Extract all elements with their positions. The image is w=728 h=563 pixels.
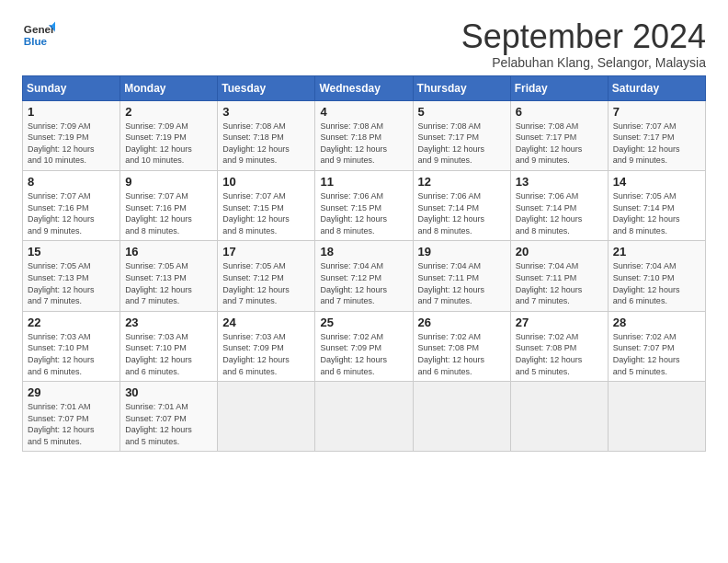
day-info: Sunrise: 7:09 AMSunset: 7:19 PMDaylight:… <box>125 121 212 167</box>
day-info: Sunrise: 7:02 AMSunset: 7:09 PMDaylight:… <box>320 331 407 377</box>
day-number: 11 <box>320 175 407 189</box>
day-info: Sunrise: 7:05 AMSunset: 7:13 PMDaylight:… <box>125 260 212 306</box>
day-info: Sunrise: 7:02 AMSunset: 7:08 PMDaylight:… <box>418 331 506 377</box>
day-info: Sunrise: 7:03 AMSunset: 7:10 PMDaylight:… <box>125 331 212 377</box>
day-info: Sunrise: 7:05 AMSunset: 7:14 PMDaylight:… <box>613 190 700 236</box>
day-number: 29 <box>28 385 115 399</box>
day-number: 3 <box>222 105 310 119</box>
day-info: Sunrise: 7:02 AMSunset: 7:08 PMDaylight:… <box>516 331 603 377</box>
day-info: Sunrise: 7:06 AMSunset: 7:15 PMDaylight:… <box>320 190 407 236</box>
day-info: Sunrise: 7:02 AMSunset: 7:07 PMDaylight:… <box>613 331 700 377</box>
calendar-week-row: 29Sunrise: 7:01 AMSunset: 7:07 PMDayligh… <box>23 382 706 452</box>
calendar-table: Sunday Monday Tuesday Wednesday Thursday… <box>22 75 706 453</box>
empty-cell <box>608 382 705 452</box>
col-wednesday: Wednesday <box>315 75 413 100</box>
calendar-day-20: 20Sunrise: 7:04 AMSunset: 7:11 PMDayligh… <box>510 241 608 311</box>
calendar-day-23: 23Sunrise: 7:03 AMSunset: 7:10 PMDayligh… <box>120 311 218 381</box>
day-number: 17 <box>222 245 310 259</box>
month-title: September 2024 <box>461 18 706 55</box>
calendar-day-3: 3Sunrise: 7:08 AMSunset: 7:18 PMDaylight… <box>218 100 315 170</box>
day-info: Sunrise: 7:06 AMSunset: 7:14 PMDaylight:… <box>418 190 506 236</box>
day-number: 19 <box>418 245 506 259</box>
svg-text:Blue: Blue <box>24 35 48 47</box>
col-saturday: Saturday <box>608 75 705 100</box>
day-number: 27 <box>516 316 603 329</box>
svg-text:General: General <box>24 23 55 35</box>
day-info: Sunrise: 7:07 AMSunset: 7:16 PMDaylight:… <box>125 190 212 236</box>
calendar-day-2: 2Sunrise: 7:09 AMSunset: 7:19 PMDaylight… <box>120 100 218 170</box>
calendar-header-row: Sunday Monday Tuesday Wednesday Thursday… <box>23 75 706 100</box>
calendar-day-13: 13Sunrise: 7:06 AMSunset: 7:14 PMDayligh… <box>510 170 608 240</box>
day-info: Sunrise: 7:05 AMSunset: 7:12 PMDaylight:… <box>222 260 310 306</box>
calendar-day-28: 28Sunrise: 7:02 AMSunset: 7:07 PMDayligh… <box>608 311 705 381</box>
day-number: 6 <box>516 105 603 119</box>
calendar-day-22: 22Sunrise: 7:03 AMSunset: 7:10 PMDayligh… <box>23 311 120 381</box>
day-number: 2 <box>125 105 212 119</box>
calendar-day-30: 30Sunrise: 7:01 AMSunset: 7:07 PMDayligh… <box>120 382 218 452</box>
calendar-day-12: 12Sunrise: 7:06 AMSunset: 7:14 PMDayligh… <box>413 170 510 240</box>
day-info: Sunrise: 7:03 AMSunset: 7:10 PMDaylight:… <box>28 331 115 377</box>
day-info: Sunrise: 7:06 AMSunset: 7:14 PMDaylight:… <box>516 190 603 236</box>
calendar-day-14: 14Sunrise: 7:05 AMSunset: 7:14 PMDayligh… <box>608 170 705 240</box>
day-number: 16 <box>125 245 212 259</box>
calendar-day-27: 27Sunrise: 7:02 AMSunset: 7:08 PMDayligh… <box>510 311 608 381</box>
page-header: General Blue September 2024 Pelabuhan Kl… <box>22 18 706 70</box>
calendar-day-16: 16Sunrise: 7:05 AMSunset: 7:13 PMDayligh… <box>120 241 218 311</box>
calendar-day-21: 21Sunrise: 7:04 AMSunset: 7:10 PMDayligh… <box>608 241 705 311</box>
day-number: 20 <box>516 245 603 259</box>
calendar-day-26: 26Sunrise: 7:02 AMSunset: 7:08 PMDayligh… <box>413 311 510 381</box>
location: Pelabuhan Klang, Selangor, Malaysia <box>461 55 706 70</box>
day-number: 9 <box>125 175 212 189</box>
col-thursday: Thursday <box>413 75 510 100</box>
day-number: 30 <box>125 385 212 399</box>
calendar-day-7: 7Sunrise: 7:07 AMSunset: 7:17 PMDaylight… <box>608 100 705 170</box>
title-block: September 2024 Pelabuhan Klang, Selangor… <box>461 18 706 70</box>
day-number: 15 <box>28 245 115 259</box>
calendar-week-row: 15Sunrise: 7:05 AMSunset: 7:13 PMDayligh… <box>23 241 706 311</box>
day-number: 28 <box>613 316 700 329</box>
calendar-day-4: 4Sunrise: 7:08 AMSunset: 7:18 PMDaylight… <box>315 100 413 170</box>
day-number: 12 <box>418 175 506 189</box>
calendar-day-11: 11Sunrise: 7:06 AMSunset: 7:15 PMDayligh… <box>315 170 413 240</box>
day-info: Sunrise: 7:04 AMSunset: 7:11 PMDaylight:… <box>418 260 506 306</box>
day-number: 14 <box>613 175 700 189</box>
calendar-day-6: 6Sunrise: 7:08 AMSunset: 7:17 PMDaylight… <box>510 100 608 170</box>
empty-cell <box>218 382 315 452</box>
col-tuesday: Tuesday <box>218 75 315 100</box>
day-info: Sunrise: 7:09 AMSunset: 7:19 PMDaylight:… <box>28 121 115 167</box>
calendar-day-19: 19Sunrise: 7:04 AMSunset: 7:11 PMDayligh… <box>413 241 510 311</box>
day-number: 8 <box>28 175 115 189</box>
day-number: 22 <box>28 316 115 329</box>
calendar-day-5: 5Sunrise: 7:08 AMSunset: 7:17 PMDaylight… <box>413 100 510 170</box>
day-number: 1 <box>28 105 115 119</box>
calendar-day-9: 9Sunrise: 7:07 AMSunset: 7:16 PMDaylight… <box>120 170 218 240</box>
empty-cell <box>510 382 608 452</box>
day-info: Sunrise: 7:03 AMSunset: 7:09 PMDaylight:… <box>222 331 310 377</box>
calendar-day-25: 25Sunrise: 7:02 AMSunset: 7:09 PMDayligh… <box>315 311 413 381</box>
col-monday: Monday <box>120 75 218 100</box>
day-number: 26 <box>418 316 506 329</box>
day-info: Sunrise: 7:07 AMSunset: 7:17 PMDaylight:… <box>613 121 700 167</box>
day-info: Sunrise: 7:01 AMSunset: 7:07 PMDaylight:… <box>28 401 115 447</box>
day-info: Sunrise: 7:08 AMSunset: 7:17 PMDaylight:… <box>516 121 603 167</box>
day-number: 18 <box>320 245 407 259</box>
col-friday: Friday <box>510 75 608 100</box>
day-info: Sunrise: 7:05 AMSunset: 7:13 PMDaylight:… <box>28 260 115 306</box>
calendar-day-10: 10Sunrise: 7:07 AMSunset: 7:15 PMDayligh… <box>218 170 315 240</box>
calendar-day-8: 8Sunrise: 7:07 AMSunset: 7:16 PMDaylight… <box>23 170 120 240</box>
calendar-day-1: 1Sunrise: 7:09 AMSunset: 7:19 PMDaylight… <box>23 100 120 170</box>
day-info: Sunrise: 7:04 AMSunset: 7:12 PMDaylight:… <box>320 260 407 306</box>
day-number: 23 <box>125 316 212 329</box>
day-info: Sunrise: 7:01 AMSunset: 7:07 PMDaylight:… <box>125 401 212 447</box>
calendar-week-row: 8Sunrise: 7:07 AMSunset: 7:16 PMDaylight… <box>23 170 706 240</box>
day-info: Sunrise: 7:08 AMSunset: 7:18 PMDaylight:… <box>222 121 310 167</box>
empty-cell <box>413 382 510 452</box>
logo: General Blue <box>22 18 55 52</box>
day-info: Sunrise: 7:08 AMSunset: 7:18 PMDaylight:… <box>320 121 407 167</box>
day-number: 13 <box>516 175 603 189</box>
calendar-week-row: 1Sunrise: 7:09 AMSunset: 7:19 PMDaylight… <box>23 100 706 170</box>
day-number: 21 <box>613 245 700 259</box>
day-number: 24 <box>222 316 310 329</box>
calendar-day-29: 29Sunrise: 7:01 AMSunset: 7:07 PMDayligh… <box>23 382 120 452</box>
day-info: Sunrise: 7:04 AMSunset: 7:11 PMDaylight:… <box>516 260 603 306</box>
